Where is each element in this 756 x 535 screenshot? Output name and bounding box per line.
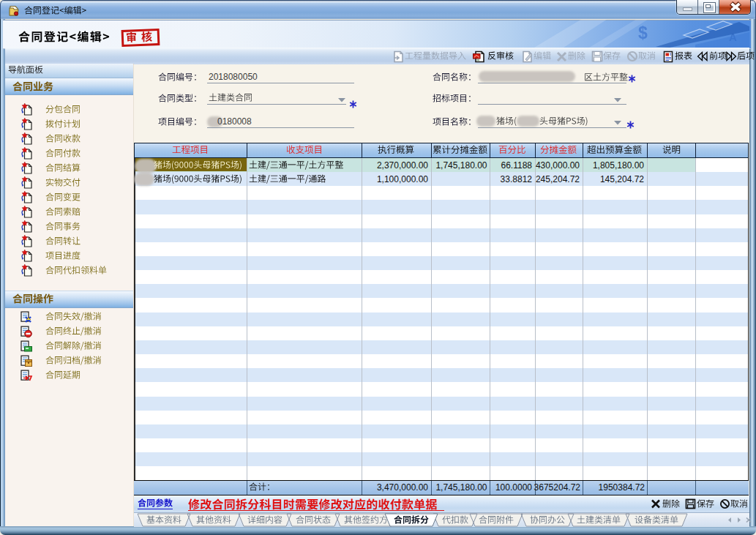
svg-text:$: $ — [638, 23, 648, 42]
